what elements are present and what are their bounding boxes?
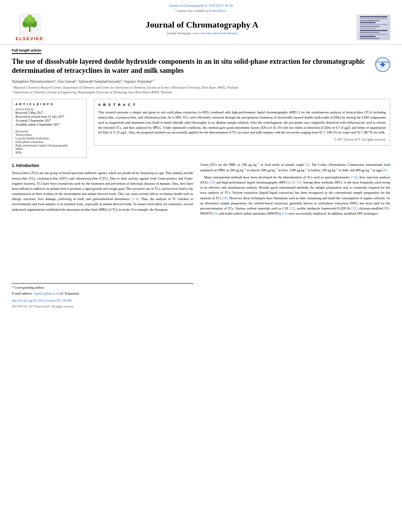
article-type-label: Full length article (12, 48, 41, 54)
affiliation-b: ᵇ Department of Chemistry, Faculty of En… (12, 90, 390, 95)
footnote-area: * Corresponding author. E-mail address: … (12, 283, 193, 309)
copyright-line: © 2017 Elsevier B.V. All rights reserved… (98, 137, 386, 142)
affiliation-a: ᵃ Materials Chemistry Research Center, D… (12, 85, 390, 90)
intro-para2: Union (EU) set the MRL as 100 μg kg−1 in… (200, 162, 390, 173)
journal-homepage-link[interactable]: www.elsevier.com/locate/chroma (193, 31, 237, 35)
article-info-box: A R T I C L E I N F O Article history: R… (12, 99, 87, 158)
elsevier-logo: ELSEVIER (12, 14, 47, 41)
svg-point-7 (27, 15, 33, 22)
intro-heading: 1. Introduction (12, 163, 193, 169)
intro-para1: Tetracyclines (TCs) are one group of bro… (12, 171, 193, 212)
article-info-column: A R T I C L E I N F O Article history: R… (12, 99, 87, 158)
crossmark-icon: CrossMark (375, 57, 390, 73)
article-history: Article history: Received 5 May 2017 Rec… (15, 108, 83, 126)
email-link[interactable]: supalax@kku.ac.th (34, 291, 59, 295)
keywords-label: Keywords: (15, 130, 83, 133)
abstract-column: A B S T R A C T This research presents a… (94, 99, 390, 158)
contents-available-line: Contents lists available at ScienceDirec… (12, 9, 390, 13)
journal-header: Journal of Chromatography A, 1519 (2017)… (0, 0, 402, 44)
keyword-6: Milk (15, 151, 83, 154)
main-left-column: 1. Introduction Tetracyclines (TCs) are … (12, 162, 193, 309)
received-date: Received 5 May 2017 (15, 111, 83, 115)
article-body: Full length article The use of dissolvab… (0, 44, 402, 313)
license-line: 0021-9673/© 2017 Elsevier B.V. All right… (12, 304, 193, 309)
journal-name: Journal of Chromatography A (47, 20, 357, 30)
article-info-title: A R T I C L E I N F O (15, 102, 83, 106)
accepted-date: Accepted 2 September 2017 (15, 119, 83, 122)
history-label: Article history: (15, 108, 83, 111)
abstract-title: A B S T R A C T (98, 102, 386, 108)
elsevier-label: ELSEVIER (16, 36, 43, 41)
doi-line[interactable]: http://dx.doi.org/10.1016/j.chroma.2017.… (12, 298, 193, 303)
keyword-5: Water (15, 147, 83, 151)
elsevier-tree-icon (19, 14, 41, 35)
email-note: E-mail address: supalax@kku.ac.th (S. Sr… (12, 291, 193, 296)
available-date: Available online 4 September 2017 (15, 123, 83, 126)
keyword-2: Layered double hydratides (15, 137, 83, 140)
keyword-3: Solid phase extraction (15, 140, 83, 144)
abstract-box: A B S T R A C T This research presents a… (94, 99, 390, 146)
journal-title-center: Journal of Chromatography A journal home… (47, 20, 357, 35)
authors-line: Nattaphorn Phiroonsoontorna, Sira Sansuk… (12, 79, 390, 83)
journal-cover-image (357, 15, 390, 40)
intro-para3: Many instrumental methods have been deve… (200, 175, 390, 216)
journal-homepage: journal homepage: www.elsevier.com/locat… (47, 31, 357, 35)
info-abstract-row: A R T I C L E I N F O Article history: R… (12, 99, 390, 158)
keyword-4: High performance liquid chromatography (15, 144, 83, 147)
sciencedirect-link[interactable]: ScienceDirect (209, 9, 227, 13)
journal-citation-line: Journal of Chromatography A, 1519 (2017)… (12, 4, 390, 7)
affiliations: ᵃ Materials Chemistry Research Center, D… (12, 85, 390, 95)
article-title: The use of dissolvable layered double hy… (12, 57, 375, 76)
article-title-row: The use of dissolvable layered double hy… (12, 57, 390, 76)
main-content: 1. Introduction Tetracyclines (TCs) are … (12, 162, 390, 309)
keywords-section: Keywords: Tetracyclines Layered double h… (15, 130, 83, 154)
main-right-column: Union (EU) set the MRL as 100 μg kg−1 in… (200, 162, 390, 309)
journal-header-main: ELSEVIER Journal of Chromatography A jou… (12, 14, 390, 41)
keyword-1: Tetracyclines (15, 133, 83, 137)
abstract-text: This research presents a simple and gree… (98, 110, 386, 135)
page: Journal of Chromatography A, 1519 (2017)… (0, 0, 402, 532)
received-revised-date: Received in revised form 21 July 2017 (15, 115, 83, 119)
svg-point-12 (381, 63, 384, 66)
corresponding-note: * Corresponding author. (12, 285, 193, 290)
